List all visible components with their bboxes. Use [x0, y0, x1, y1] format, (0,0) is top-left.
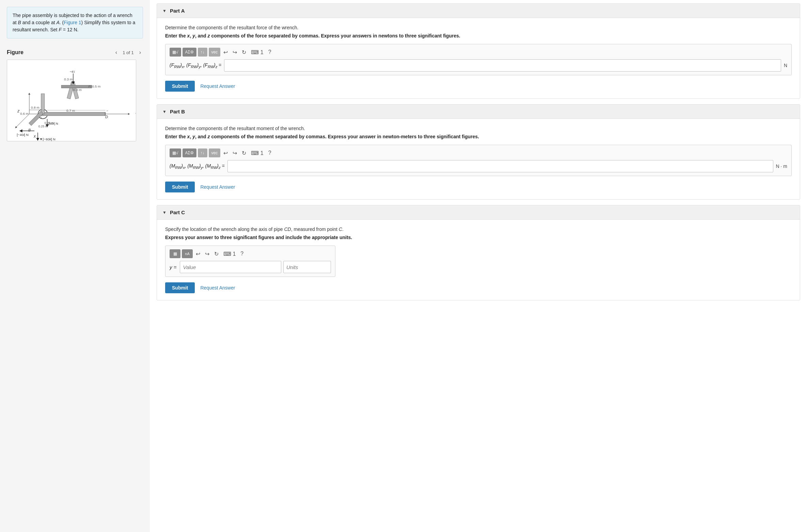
part-b-input-row: (MRW)x, (MRW)y, (MRW)z = N · m	[170, 160, 787, 172]
svg-text:0.3 m: 0.3 m	[73, 88, 82, 92]
part-a-action-row: Submit Request Answer	[165, 81, 792, 92]
figure-next-button[interactable]: ›	[137, 49, 143, 56]
undo-btn-b[interactable]: ↩	[222, 148, 230, 157]
svg-text:0.6 m: 0.6 m	[20, 112, 29, 115]
svg-text:0.25 m: 0.25 m	[38, 125, 48, 128]
keyboard-btn-b[interactable]: ⌨ 1	[249, 148, 265, 157]
svg-text:0.3 m: 0.3 m	[64, 77, 73, 81]
part-c-description: Specify the location of the wrench along…	[165, 226, 792, 232]
part-b-toolbar: ▦√ ΑΣΦ ↑↓ vec ↩ ↪ ↻ ⌨ 1 ?	[170, 148, 787, 157]
part-a-description: Determine the components of the resultan…	[165, 25, 792, 30]
part-a-instruction: Enter the x, y, and z components of the …	[165, 33, 792, 38]
part-a-arrow: ▼	[162, 9, 167, 13]
refresh-btn-b[interactable]: ↻	[240, 148, 248, 157]
svg-text:z: z	[17, 109, 19, 113]
redo-btn-b[interactable]: ↪	[231, 148, 239, 157]
keyboard-btn-c[interactable]: ⌨ 1	[222, 249, 237, 258]
part-b-header[interactable]: ▼ Part B	[157, 105, 800, 119]
svg-rect-13	[41, 94, 45, 114]
arrows-btn-b[interactable]: ↑↓	[198, 148, 207, 157]
help-btn-b[interactable]: ?	[267, 148, 273, 157]
svg-text:y: y	[135, 109, 136, 113]
part-c-body: Specify the location of the wrench along…	[157, 220, 800, 300]
part-b-action-row: Submit Request Answer	[165, 182, 792, 192]
arrows-btn-a[interactable]: ↑↓	[198, 48, 207, 57]
svg-text:0.7 m: 0.7 m	[66, 109, 75, 112]
part-a-editor: ▦√ ΑΣΦ ↑↓ vec ↩ ↪ ↻ ⌨ 1 ? (FRW)x, (FRW)y…	[165, 44, 792, 75]
help-btn-c[interactable]: ?	[239, 249, 245, 258]
sigma-btn-b[interactable]: ΑΣΦ	[183, 148, 196, 157]
refresh-btn-a[interactable]: ↻	[240, 48, 248, 57]
part-c-units-input[interactable]	[283, 261, 331, 273]
part-c-editor: ▦ nA ↩ ↪ ↻ ⌨ 1 ? y =	[165, 246, 335, 277]
part-b-arrow: ▼	[162, 109, 167, 114]
part-a-body: Determine the components of the resultan…	[157, 18, 800, 98]
matrix-sqrt-btn-b[interactable]: ▦√	[170, 148, 181, 157]
part-c-request-answer-link[interactable]: Request Answer	[200, 285, 235, 291]
part-b-formula-label: (MRW)x, (MRW)y, (MRW)z =	[170, 163, 225, 170]
redo-btn-a[interactable]: ↪	[231, 48, 239, 57]
part-c-value-input[interactable]	[180, 261, 281, 273]
part-b-submit-button[interactable]: Submit	[165, 182, 195, 192]
figure-canvas: z x y C	[7, 60, 136, 141]
svg-rect-10	[43, 112, 105, 116]
svg-text:−Fi: −Fi	[70, 70, 75, 74]
part-b-body: Determine the components of the resultan…	[157, 119, 800, 199]
svg-text:Fi 0.5 m: Fi 0.5 m	[89, 84, 101, 88]
part-a-unit: N	[784, 63, 787, 68]
part-c-toolbar: ▦ nA ↩ ↪ ↻ ⌨ 1 ?	[170, 249, 331, 258]
part-b-answer-input[interactable]	[227, 160, 773, 172]
svg-text:→: →	[105, 109, 109, 112]
svg-text:▼[−60k] N: ▼[−60k] N	[39, 137, 56, 141]
svg-text:[−40i] N: [−40i] N	[17, 133, 28, 137]
part-b-section: ▼ Part B Determine the components of the…	[157, 104, 800, 200]
vec-btn-b[interactable]: vec	[209, 148, 221, 157]
part-a-request-answer-link[interactable]: Request Answer	[200, 83, 235, 89]
part-a-toolbar: ▦√ ΑΣΦ ↑↓ vec ↩ ↪ ↻ ⌨ 1 ?	[170, 48, 787, 57]
part-a-header[interactable]: ▼ Part A	[157, 4, 800, 18]
undo-btn-c[interactable]: ↩	[194, 249, 202, 258]
part-c-title: Part C	[170, 209, 185, 215]
figure-link[interactable]: Figure 1	[64, 20, 81, 25]
figure-prev-button[interactable]: ‹	[113, 49, 119, 56]
part-c-header[interactable]: ▼ Part C	[157, 205, 800, 220]
figure-section: Figure ‹ 1 of 1 › z x y	[7, 49, 143, 141]
svg-text:D: D	[105, 115, 108, 119]
part-b-editor: ▦√ ΑΣΦ ↑↓ vec ↩ ↪ ↻ ⌨ 1 ? (MRW)x, (MRW)y…	[165, 145, 792, 176]
part-b-instruction: Enter the x, y, and z components of the …	[165, 134, 792, 139]
figure-header: Figure ‹ 1 of 1 ›	[7, 49, 143, 56]
part-b-description: Determine the components of the resultan…	[165, 126, 792, 131]
na-btn-c[interactable]: nA	[182, 249, 193, 258]
part-b-request-answer-link[interactable]: Request Answer	[200, 184, 235, 190]
part-a-section: ▼ Part A Determine the components of the…	[157, 3, 800, 99]
part-c-action-row: Submit Request Answer	[165, 282, 792, 293]
help-btn-a[interactable]: ?	[267, 48, 273, 57]
refresh-btn-c[interactable]: ↻	[212, 249, 220, 258]
svg-text:0.25 m: 0.25 m	[45, 121, 54, 125]
figure-nav-label: 1 of 1	[123, 50, 134, 55]
part-c-arrow: ▼	[162, 210, 167, 215]
keyboard-btn-a[interactable]: ⌨ 1	[249, 48, 265, 57]
part-a-answer-input[interactable]	[224, 59, 781, 72]
part-a-input-row: (FRW)x, (FRW)y, (FRW)z = N	[170, 59, 787, 72]
part-b-unit: N · m	[776, 163, 787, 169]
left-panel: The pipe assembly is subjected to the ac…	[0, 0, 150, 532]
figure-nav: ‹ 1 of 1 ›	[113, 49, 143, 56]
svg-rect-27	[61, 85, 92, 88]
sigma-btn-a[interactable]: ΑΣΦ	[183, 48, 196, 57]
figure-title: Figure	[7, 49, 23, 56]
right-panel: ▼ Part A Determine the components of the…	[150, 0, 807, 532]
part-c-section: ▼ Part C Specify the location of the wre…	[157, 205, 800, 300]
undo-btn-a[interactable]: ↩	[222, 48, 230, 57]
part-a-formula-label: (FRW)x, (FRW)y, (FRW)z =	[170, 62, 221, 69]
part-a-submit-button[interactable]: Submit	[165, 81, 195, 92]
part-c-submit-button[interactable]: Submit	[165, 282, 195, 293]
part-c-instruction: Express your answer to three significant…	[165, 235, 792, 240]
problem-text: The pipe assembly is subjected to the ac…	[13, 13, 135, 32]
part-c-formula-label: y =	[170, 264, 176, 270]
vec-btn-a[interactable]: vec	[209, 48, 221, 57]
redo-btn-c[interactable]: ↪	[203, 249, 211, 258]
svg-text:x: x	[33, 134, 36, 139]
matrix-btn-c[interactable]: ▦	[170, 249, 180, 258]
matrix-sqrt-btn-a[interactable]: ▦√	[170, 48, 181, 57]
